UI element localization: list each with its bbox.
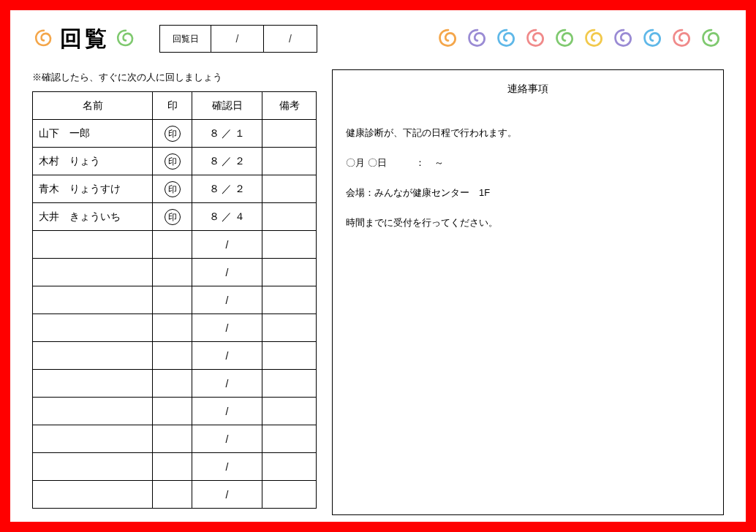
cell-remark <box>262 398 317 425</box>
cell-remark <box>262 425 317 453</box>
cell-date: / <box>192 398 262 425</box>
seal-stamp-icon: 印 <box>165 126 181 142</box>
cell-name: 青木 りょうすけ <box>33 175 153 203</box>
seal-stamp-icon: 印 <box>165 209 181 225</box>
cell-name <box>33 286 153 314</box>
cell-name <box>33 342 153 370</box>
cell-seal <box>153 481 192 509</box>
cell-seal <box>153 453 192 481</box>
cell-date: ８ ／ １ <box>192 120 262 148</box>
cell-remark <box>262 203 317 231</box>
cell-seal: 印 <box>153 175 192 203</box>
roster-table: 名前 印 確認日 備考 山下 一郎印８ ／ １木村 りょう印８ ／ ２青木 りょ… <box>32 91 317 509</box>
spiral-icon <box>553 26 578 51</box>
cell-seal <box>153 342 192 370</box>
seal-stamp-icon: 印 <box>165 181 181 197</box>
spiral-icon <box>465 26 490 51</box>
header-seal: 印 <box>153 92 192 120</box>
cell-remark <box>262 370 317 398</box>
spiral-icon <box>699 26 724 51</box>
cell-seal <box>153 398 192 425</box>
cell-remark <box>262 481 317 509</box>
cell-seal <box>153 425 192 453</box>
date-cell-1: / <box>211 26 264 52</box>
cell-remark <box>262 175 317 203</box>
cell-date: / <box>192 259 262 286</box>
cell-name <box>33 398 153 425</box>
cell-name: 木村 りょう <box>33 148 153 175</box>
cell-remark <box>262 259 317 286</box>
spiral-icon <box>523 26 548 51</box>
cell-remark <box>262 286 317 314</box>
table-row: / <box>33 481 317 509</box>
title-group: 回覧 <box>32 24 137 54</box>
spiral-icon <box>494 26 519 51</box>
notice-line: 〇月 〇日 ： ～ <box>346 156 710 171</box>
table-header-row: 名前 印 確認日 備考 <box>33 92 317 120</box>
table-row: / <box>33 425 317 453</box>
cell-date: / <box>192 231 262 259</box>
cell-name: 山下 一郎 <box>33 120 153 148</box>
cell-seal <box>153 259 192 286</box>
cell-name: 大井 きょういち <box>33 203 153 231</box>
cell-name <box>33 370 153 398</box>
spiral-icon <box>640 26 665 51</box>
header-date: 確認日 <box>192 92 262 120</box>
instruction-note: ※確認したら、すぐに次の人に回しましょう <box>32 71 316 84</box>
cell-seal <box>153 286 192 314</box>
cell-date: / <box>192 453 262 481</box>
circulation-date-box: 回覧日 / / <box>159 25 317 53</box>
spiral-decoration-row <box>436 26 724 51</box>
table-row: / <box>33 259 317 286</box>
cell-remark <box>262 453 317 481</box>
cell-seal <box>153 370 192 398</box>
spiral-icon <box>114 27 137 50</box>
notice-line: 会場：みんなが健康センター 1F <box>346 186 710 201</box>
cell-date: / <box>192 314 262 342</box>
date-cell-2: / <box>264 26 317 52</box>
header-remark: 備考 <box>262 92 317 120</box>
notice-line: 時間までに受付を行ってください。 <box>346 216 710 231</box>
date-label: 回覧日 <box>160 26 211 52</box>
cell-name <box>33 314 153 342</box>
cell-remark <box>262 314 317 342</box>
cell-remark <box>262 120 317 148</box>
cell-date: ８ ／ ２ <box>192 148 262 175</box>
spiral-icon <box>436 26 461 51</box>
seal-stamp-icon: 印 <box>165 153 181 170</box>
table-row: 山下 一郎印８ ／ １ <box>33 120 317 148</box>
spiral-icon <box>582 26 607 51</box>
notice-panel: 連絡事項 健康診断が、下記の日程で行われます。 〇月 〇日 ： ～ 会場：みんな… <box>332 69 724 515</box>
cell-date: ８ ／ ４ <box>192 203 262 231</box>
table-row: 青木 りょうすけ印８ ／ ２ <box>33 175 317 203</box>
notice-heading: 連絡事項 <box>346 80 710 96</box>
cell-date: / <box>192 286 262 314</box>
table-row: / <box>33 453 317 481</box>
cell-date: ８ ／ ２ <box>192 175 262 203</box>
cell-seal <box>153 231 192 259</box>
cell-date: / <box>192 342 262 370</box>
cell-name <box>33 481 153 509</box>
spiral-icon <box>611 26 636 51</box>
header-name: 名前 <box>33 92 153 120</box>
table-row: 大井 きょういち印８ ／ ４ <box>33 203 317 231</box>
cell-name <box>33 453 153 481</box>
notice-line: 健康診断が、下記の日程で行われます。 <box>346 126 710 141</box>
table-row: / <box>33 286 317 314</box>
table-row: / <box>33 398 317 425</box>
page-title: 回覧 <box>60 24 110 54</box>
cell-seal: 印 <box>153 148 192 175</box>
spiral-icon <box>32 27 56 50</box>
cell-name <box>33 425 153 453</box>
cell-name <box>33 231 153 259</box>
table-row: / <box>33 314 317 342</box>
cell-name <box>33 259 153 286</box>
table-row: / <box>33 370 317 398</box>
cell-seal: 印 <box>153 203 192 231</box>
cell-remark <box>262 342 317 370</box>
cell-remark <box>262 148 317 175</box>
cell-seal <box>153 314 192 342</box>
cell-remark <box>262 231 317 259</box>
table-row: / <box>33 231 317 259</box>
spiral-icon <box>670 26 695 51</box>
